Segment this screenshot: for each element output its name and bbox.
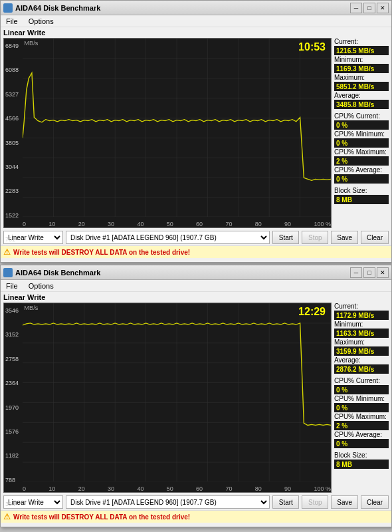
window-2: AIDA64 Disk Benchmark ─ □ ✕ File Options… [0, 265, 392, 527]
y-axis-2: 3546 3152 2758 2364 1970 1576 1182 788 3… [5, 306, 19, 509]
cpu-max-value-2: 2 % [334, 421, 389, 430]
maximize-button-2[interactable]: □ [363, 267, 375, 278]
drive-dropdown-2[interactable]: Disk Drive #1 [ADATA LEGEND 960] (1907.7… [66, 495, 270, 509]
min-label-1: Minimum: [334, 56, 389, 63]
start-button-2[interactable]: Start [272, 495, 299, 509]
chart-label-1: Linear Write [1, 27, 391, 37]
cpu-avg-value-2: 0 % [334, 439, 389, 448]
warning-text-2: Write tests will DESTROY ALL DATA on the… [13, 513, 190, 521]
start-button-1[interactable]: Start [272, 231, 299, 244]
warning-text-1: Write tests will DESTROY ALL DATA on the… [13, 249, 190, 256]
chart-svg-1: MB/s [23, 39, 331, 217]
cpu-min-value-2: 0 % [334, 403, 389, 412]
title-bar-controls-1: ─ □ ✕ [350, 3, 389, 13]
maximize-button-1[interactable]: □ [363, 3, 375, 13]
avg-value-1: 3485.8 MB/s [334, 100, 389, 109]
menu-file-1[interactable]: File [3, 17, 21, 26]
avg-label-2: Average: [334, 356, 389, 364]
main-content-2: 3546 3152 2758 2364 1970 1576 1182 788 3… [1, 301, 391, 494]
chart-label-2: Linear Write [1, 292, 391, 301]
warning-icon-2: ⚠ [3, 512, 11, 521]
max-label-1: Maximum: [334, 74, 389, 81]
cpu-min-label-2: CPU% Minimum: [334, 395, 389, 402]
avg-label-1: Average: [334, 92, 389, 99]
cpu-avg-label-2: CPU% Average: [334, 431, 389, 438]
block-label-2: Block Size: [334, 452, 389, 459]
y-axis-1: 6849 6088 5327 4566 3805 3044 2283 1522 … [5, 41, 19, 245]
close-button-1[interactable]: ✕ [377, 3, 389, 13]
current-value-2: 1172.9 MB/s [334, 311, 389, 320]
title-bar-left-2: AIDA64 Disk Benchmark [3, 268, 100, 277]
x-axis-1: 0 10 20 30 40 50 60 70 80 90 100 % [23, 221, 331, 227]
x-axis-2: 0 10 20 30 40 50 60 70 80 90 100 % [23, 485, 331, 492]
window-title-1: AIDA64 Disk Benchmark [15, 4, 100, 12]
cpu-cur-label-2: CPU% Current: [334, 377, 389, 384]
controls-row-1: Linear Write Disk Drive #1 [ADATA LEGEND… [1, 229, 391, 245]
stats-panel-1: Current: 1216.5 MB/s Minimum: 1169.3 MB/… [334, 38, 389, 228]
cpu-max-label-1: CPU% Maximum: [334, 148, 389, 156]
min-value-1: 1169.3 MB/s [334, 64, 389, 73]
current-value-1: 1216.5 MB/s [334, 46, 389, 55]
max-label-2: Maximum: [334, 338, 389, 346]
cpu-min-label-1: CPU% Minimum: [334, 130, 389, 138]
chart-wrap-1: 6849 6088 5327 4566 3805 3044 2283 1522 … [3, 38, 332, 228]
menu-file-2[interactable]: File [3, 281, 21, 291]
cpu-cur-value-1: 0 % [334, 120, 389, 130]
min-value-2: 1163.3 MB/s [334, 329, 389, 338]
cpu-max-label-2: CPU% Maximum: [334, 413, 389, 420]
warning-bar-1: ⚠ Write tests will DESTROY ALL DATA on t… [1, 245, 391, 258]
current-label-1: Current: [334, 38, 389, 45]
title-bar-2: AIDA64 Disk Benchmark ─ □ ✕ [1, 265, 391, 280]
max-value-2: 3159.9 MB/s [334, 346, 389, 356]
minimize-button-1[interactable]: ─ [350, 3, 362, 13]
chart-area-2: 3546 3152 2758 2364 1970 1576 1182 788 3… [3, 303, 332, 493]
controls-row-2: Linear Write Disk Drive #1 [ADATA LEGEND… [1, 494, 391, 510]
stats-panel-2: Current: 1172.9 MB/s Minimum: 1163.3 MB/… [334, 303, 389, 493]
cpu-min-value-1: 0 % [334, 138, 389, 148]
clear-button-2[interactable]: Clear [361, 495, 389, 509]
cpu-avg-value-1: 0 % [334, 174, 389, 184]
window-1: AIDA64 Disk Benchmark ─ □ ✕ File Options… [0, 0, 392, 263]
stop-button-2[interactable]: Stop [302, 495, 328, 509]
chart-area-1: 6849 6088 5327 4566 3805 3044 2283 1522 … [3, 38, 332, 228]
block-value-1: 8 MB [334, 195, 389, 204]
cpu-cur-value-2: 0 % [334, 385, 389, 394]
block-label-1: Block Size: [334, 187, 389, 194]
menu-options-2[interactable]: Options [26, 281, 56, 291]
block-value-2: 8 MB [334, 460, 389, 469]
chart-time-1: 10:53 [298, 41, 326, 53]
avg-value-2: 2876.2 MB/s [334, 364, 389, 374]
warning-bar-2: ⚠ Write tests will DESTROY ALL DATA on t… [1, 510, 391, 523]
title-bar-left-1: AIDA64 Disk Benchmark [3, 3, 100, 13]
current-label-2: Current: [334, 303, 389, 310]
max-value-1: 5851.2 MB/s [334, 82, 389, 91]
svg-text:MB/s: MB/s [24, 41, 39, 47]
chart-svg-2: MB/s [23, 303, 331, 481]
title-bar-controls-2: ─ □ ✕ [350, 267, 389, 278]
window-title-2: AIDA64 Disk Benchmark [15, 269, 100, 277]
stop-button-1[interactable]: Stop [302, 231, 328, 244]
cpu-max-value-1: 2 % [334, 156, 389, 166]
drive-dropdown-1[interactable]: Disk Drive #1 [ADATA LEGEND 960] (1907.7… [66, 231, 270, 244]
app-icon-1 [3, 3, 13, 13]
menu-bar-2: File Options [1, 280, 391, 292]
title-bar-1: AIDA64 Disk Benchmark ─ □ ✕ [1, 1, 391, 15]
save-button-2[interactable]: Save [331, 495, 358, 509]
min-label-2: Minimum: [334, 321, 389, 328]
clear-button-1[interactable]: Clear [361, 231, 389, 244]
svg-text:MB/s: MB/s [24, 305, 39, 311]
save-button-1[interactable]: Save [331, 231, 358, 244]
chart-time-2: 12:29 [298, 306, 326, 318]
cpu-cur-label-1: CPU% Current: [334, 112, 389, 120]
menu-options-1[interactable]: Options [26, 17, 56, 26]
app-icon-2 [3, 268, 13, 277]
menu-bar-1: File Options [1, 15, 391, 27]
warning-icon-1: ⚠ [3, 247, 11, 257]
cpu-avg-label-1: CPU% Average: [334, 166, 389, 174]
close-button-2[interactable]: ✕ [377, 267, 389, 278]
minimize-button-2[interactable]: ─ [350, 267, 362, 278]
chart-wrap-2: 3546 3152 2758 2364 1970 1576 1182 788 3… [3, 303, 332, 493]
main-content-1: 6849 6088 5327 4566 3805 3044 2283 1522 … [1, 37, 391, 229]
